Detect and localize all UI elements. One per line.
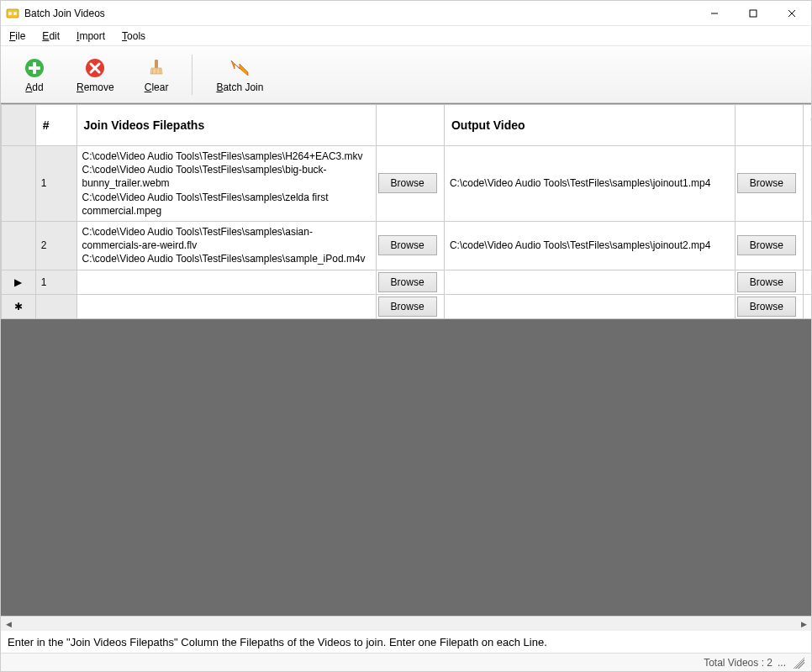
window-controls — [695, 1, 811, 26]
column-header-output[interactable]: Output Video — [444, 105, 735, 146]
output-cell[interactable]: C:\code\Video Audio Tools\TestFiles\samp… — [444, 221, 735, 270]
status-bar: Total Videos : 2 ... — [1, 653, 811, 671]
remove-label: Remove — [76, 81, 114, 93]
batch-join-icon — [228, 56, 251, 80]
row-number-cell[interactable] — [35, 294, 76, 318]
table-row[interactable]: 2C:\code\Video Audio Tools\TestFiles\sam… — [2, 221, 812, 270]
output-cell[interactable] — [444, 270, 735, 294]
horizontal-scrollbar[interactable]: ◀ ▶ — [1, 616, 811, 631]
row-header-cell[interactable]: ✱ — [2, 294, 36, 318]
menu-edit[interactable]: Edit — [42, 30, 60, 42]
row-header-cell[interactable] — [2, 221, 36, 270]
browse-cell: Browse — [376, 294, 444, 318]
browse-cell: Browse — [376, 221, 444, 270]
browse-input-button[interactable]: Browse — [378, 272, 437, 292]
data-grid[interactable]: # Join Videos Filepaths Output Video OF … — [1, 103, 811, 616]
table-row-new[interactable]: ✱BrowseBrowse — [2, 294, 812, 318]
app-icon — [6, 7, 19, 20]
resize-grip-icon[interactable] — [793, 657, 804, 669]
column-header-browse1[interactable] — [376, 105, 444, 146]
minimize-button[interactable] — [695, 1, 734, 26]
toolbar: Add Remove Clear — [1, 46, 811, 103]
add-label: Add — [25, 81, 43, 93]
svg-rect-13 — [155, 60, 158, 68]
hint-text: Enter in the "Join Videos Filepaths" Col… — [1, 631, 811, 653]
filepaths-cell[interactable]: C:\code\Video Audio Tools\TestFiles\samp… — [76, 146, 376, 222]
maximize-button[interactable] — [734, 1, 772, 26]
output-cell[interactable]: C:\code\Video Audio Tools\TestFiles\samp… — [444, 146, 735, 222]
scroll-left-icon[interactable]: ◀ — [1, 617, 16, 631]
svg-point-2 — [13, 12, 17, 15]
row-number-cell[interactable]: 1 — [35, 270, 76, 294]
status-ellipsis: ... — [778, 657, 786, 669]
clear-label: Clear — [145, 81, 169, 93]
table-row[interactable]: 1C:\code\Video Audio Tools\TestFiles\sam… — [2, 146, 812, 222]
remove-icon — [83, 56, 107, 80]
row-number-cell[interactable]: 1 — [35, 146, 76, 222]
window-title: Batch Join Videos — [24, 8, 695, 19]
browse-input-button[interactable]: Browse — [378, 173, 437, 193]
row-header-cell[interactable]: ▶ — [2, 270, 36, 294]
titlebar: Batch Join Videos — [1, 1, 811, 26]
grid-table: # Join Videos Filepaths Output Video OF … — [1, 104, 811, 319]
grid-empty-area — [1, 319, 811, 617]
output-cell[interactable] — [444, 294, 735, 318]
svg-rect-4 — [750, 10, 757, 17]
row-header-blank[interactable] — [2, 105, 36, 146]
extra-cell[interactable] — [804, 221, 811, 270]
extra-cell[interactable] — [804, 294, 811, 318]
add-button[interactable]: Add — [8, 46, 61, 102]
close-button[interactable] — [772, 1, 811, 26]
browse-cell: Browse — [376, 146, 444, 222]
column-header-browse2[interactable] — [735, 105, 803, 146]
column-header-extra[interactable]: OF — [804, 105, 811, 146]
status-total: Total Videos : 2 — [704, 657, 772, 669]
batch-join-button[interactable]: Batch Join — [201, 46, 278, 102]
svg-rect-9 — [29, 66, 40, 70]
extra-cell[interactable] — [804, 270, 811, 294]
filepaths-cell[interactable] — [76, 294, 376, 318]
browse-cell: Browse — [735, 221, 803, 270]
scroll-right-icon[interactable]: ▶ — [796, 617, 811, 631]
menu-import[interactable]: Import — [76, 30, 105, 42]
menubar: File Edit Import Tools — [1, 26, 811, 46]
svg-point-1 — [8, 12, 12, 15]
remove-button[interactable]: Remove — [61, 46, 129, 102]
scroll-track[interactable] — [16, 617, 796, 631]
browse-input-button[interactable]: Browse — [378, 235, 437, 255]
row-number-cell[interactable]: 2 — [35, 221, 76, 270]
clear-button[interactable]: Clear — [129, 46, 184, 102]
extra-cell[interactable] — [804, 146, 811, 222]
column-header-num[interactable]: # — [35, 105, 76, 146]
row-header-cell[interactable] — [2, 146, 36, 222]
svg-marker-18 — [231, 60, 248, 76]
menu-file[interactable]: File — [9, 30, 25, 42]
browse-output-button[interactable]: Browse — [737, 297, 796, 317]
browse-cell: Browse — [735, 294, 803, 318]
table-row[interactable]: ▶1BrowseBrowse — [2, 270, 812, 294]
clear-icon — [145, 56, 168, 80]
toolbar-separator — [192, 55, 192, 95]
batch-join-label: Batch Join — [216, 81, 263, 93]
browse-output-button[interactable]: Browse — [737, 235, 796, 255]
column-header-filepaths[interactable]: Join Videos Filepaths — [76, 105, 376, 146]
browse-input-button[interactable]: Browse — [378, 297, 437, 317]
browse-output-button[interactable]: Browse — [737, 173, 796, 193]
browse-cell: Browse — [376, 270, 444, 294]
menu-tools[interactable]: Tools — [122, 30, 145, 42]
filepaths-cell[interactable] — [76, 270, 376, 294]
browse-cell: Browse — [735, 270, 803, 294]
filepaths-cell[interactable]: C:\code\Video Audio Tools\TestFiles\samp… — [76, 221, 376, 270]
browse-output-button[interactable]: Browse — [737, 272, 796, 292]
add-icon — [23, 56, 46, 80]
browse-cell: Browse — [735, 146, 803, 222]
